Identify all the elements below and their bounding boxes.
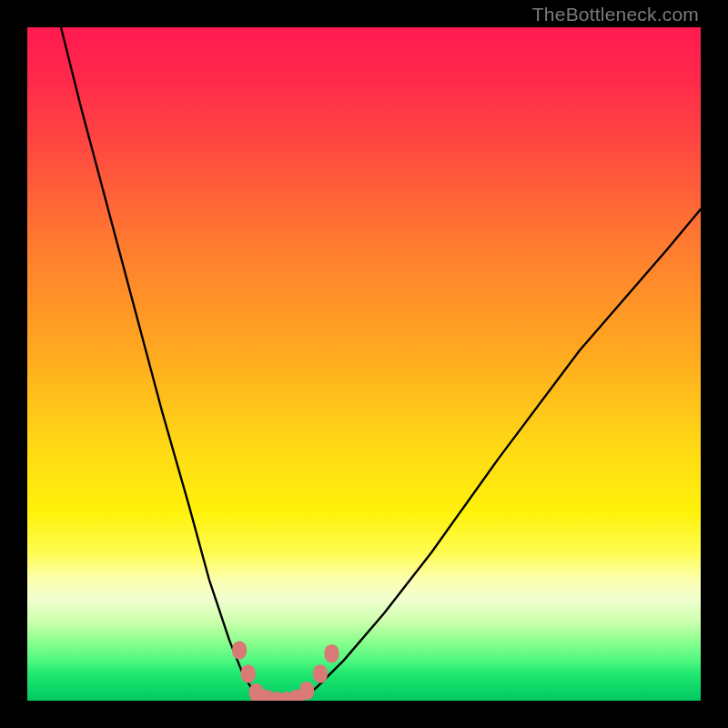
watermark-text: TheBottleneck.com — [532, 4, 699, 25]
v-curve — [61, 27, 701, 701]
curve-layer — [27, 27, 701, 701]
data-marker — [232, 642, 247, 660]
data-marker — [324, 644, 339, 662]
bottleneck-curve — [61, 27, 701, 701]
plot-area — [27, 27, 701, 701]
data-marker — [299, 682, 314, 700]
marker-group — [232, 642, 339, 702]
data-marker — [241, 664, 256, 682]
data-marker — [313, 664, 328, 682]
chart-frame: TheBottleneck.com — [0, 0, 728, 728]
